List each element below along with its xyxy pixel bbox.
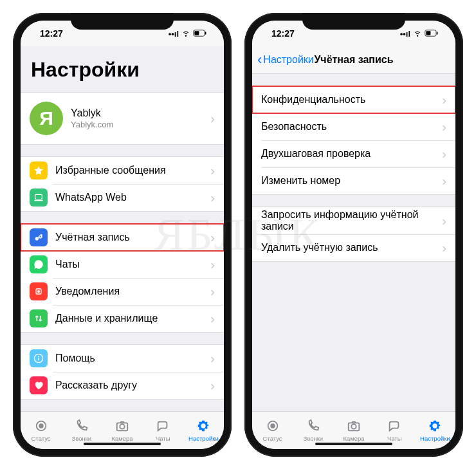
- key-icon: [30, 228, 48, 246]
- chevron-right-icon: ›: [442, 93, 446, 106]
- profile-name: Yablyk: [71, 107, 203, 119]
- svg-point-6: [38, 291, 40, 293]
- chevron-right-icon: ›: [442, 147, 446, 160]
- signal-icon: ••ıl: [400, 30, 410, 38]
- back-label: Настройки: [263, 54, 313, 66]
- profile-sub: Yablyk.com: [71, 120, 203, 129]
- list-item[interactable]: Безопасность›: [252, 113, 455, 140]
- row-label: Безопасность: [261, 121, 434, 133]
- list-item[interactable]: Учётная запись›: [21, 224, 224, 251]
- tab-gear[interactable]: Настройки: [415, 412, 455, 449]
- chevron-right-icon: ›: [210, 112, 215, 125]
- home-indicator: [84, 443, 161, 445]
- row-label: Изменить номер: [261, 175, 434, 187]
- whatsapp-icon: [30, 255, 48, 273]
- row-label: Конфиденциальность: [261, 94, 434, 106]
- chevron-right-icon: ›: [442, 241, 446, 254]
- signal-icon: ••ıl: [169, 30, 179, 38]
- tab-label: Звонки: [71, 435, 91, 442]
- status-time: 12:27: [33, 28, 63, 39]
- tab-label: Камера: [111, 435, 133, 442]
- camera-icon: [114, 419, 130, 434]
- wifi-icon: [181, 28, 190, 39]
- row-label: Избранные сообщения: [55, 165, 203, 176]
- page-title: Настройки: [21, 46, 224, 87]
- list-item[interactable]: Изменить номер›: [252, 167, 455, 194]
- star-icon: [30, 161, 48, 179]
- chevron-right-icon: ›: [210, 164, 215, 177]
- svg-point-8: [38, 356, 39, 357]
- svg-point-18: [271, 424, 275, 428]
- laptop-icon: [30, 189, 48, 207]
- chevron-right-icon: ›: [210, 312, 215, 325]
- row-label: Рассказать другу: [55, 380, 203, 391]
- list-item[interactable]: Избранные сообщения›: [21, 157, 224, 184]
- status-icon: [265, 419, 280, 434]
- list-item[interactable]: Конфиденциальность›: [252, 86, 455, 113]
- tab-gear[interactable]: Настройки: [183, 412, 224, 449]
- notch: [302, 13, 405, 30]
- row-label: Запросить информацию учётной записи: [261, 209, 434, 232]
- row-label: Помощь: [55, 353, 203, 364]
- list-item[interactable]: Запросить информацию учётной записи›: [252, 207, 455, 234]
- chats-icon: [387, 419, 402, 434]
- info-icon: [30, 349, 48, 367]
- heart-icon: [30, 376, 48, 394]
- svg-point-20: [351, 424, 356, 428]
- list-item[interactable]: Удалить учётную запись›: [252, 234, 455, 261]
- home-indicator: [315, 443, 392, 445]
- row-label: WhatsApp Web: [55, 192, 203, 203]
- updown-icon: [30, 309, 48, 327]
- svg-rect-3: [35, 194, 42, 199]
- chevron-right-icon: ›: [210, 258, 215, 271]
- svg-rect-2: [205, 32, 206, 35]
- svg-rect-1: [194, 31, 199, 35]
- chevron-right-icon: ›: [442, 120, 446, 133]
- svg-rect-15: [426, 31, 430, 35]
- svg-point-13: [120, 424, 124, 428]
- chevron-right-icon: ›: [442, 214, 446, 227]
- svg-point-4: [35, 237, 39, 240]
- phone-right: 12:27 ••ıl ‹ Настройки Учётная запись: [244, 13, 463, 457]
- camera-icon: [346, 419, 362, 434]
- tab-status[interactable]: Статус: [252, 412, 293, 449]
- list-item[interactable]: Данные и хранилище›: [21, 305, 224, 332]
- row-label: Чаты: [55, 259, 203, 270]
- tab-label: Звонки: [303, 435, 323, 442]
- svg-rect-16: [437, 32, 438, 35]
- tab-status[interactable]: Статус: [21, 412, 61, 449]
- status-time: 12:27: [265, 28, 295, 39]
- profile-row[interactable]: Я Yablyk Yablyk.com ›: [21, 93, 224, 144]
- gear-icon: [427, 419, 443, 434]
- chevron-right-icon: ›: [210, 379, 215, 392]
- chevron-right-icon: ›: [210, 285, 215, 298]
- row-label: Удалить учётную запись: [261, 242, 434, 253]
- tab-label: Камера: [343, 435, 364, 442]
- phone-icon: [74, 419, 89, 434]
- battery-icon: [193, 30, 207, 38]
- list-item[interactable]: Чаты›: [21, 251, 224, 278]
- tab-label: Статус: [263, 435, 282, 442]
- battery-icon: [425, 30, 439, 38]
- chevron-left-icon: ‹: [257, 53, 262, 67]
- list-item[interactable]: Уведомления›: [21, 278, 224, 305]
- svg-rect-9: [38, 358, 39, 360]
- row-label: Двухшаговая проверка: [261, 148, 434, 160]
- chevron-right-icon: ›: [210, 231, 215, 244]
- list-item[interactable]: Двухшаговая проверка›: [252, 140, 455, 167]
- chevron-right-icon: ›: [210, 191, 215, 204]
- gear-icon: [196, 419, 211, 434]
- row-label: Уведомления: [55, 286, 203, 297]
- tab-label: Статус: [32, 435, 51, 442]
- list-item[interactable]: Рассказать другу›: [21, 372, 224, 399]
- back-button[interactable]: ‹ Настройки: [252, 53, 314, 67]
- phone-left: 12:27 ••ıl Настройки Я: [13, 13, 232, 457]
- list-item[interactable]: Помощь›: [21, 345, 224, 372]
- chats-icon: [155, 419, 170, 434]
- list-item[interactable]: WhatsApp Web›: [21, 184, 224, 211]
- phone-icon: [306, 419, 321, 434]
- svg-point-11: [39, 424, 43, 428]
- status-icon: [33, 419, 49, 434]
- avatar: Я: [30, 102, 63, 135]
- tab-label: Настройки: [188, 435, 219, 442]
